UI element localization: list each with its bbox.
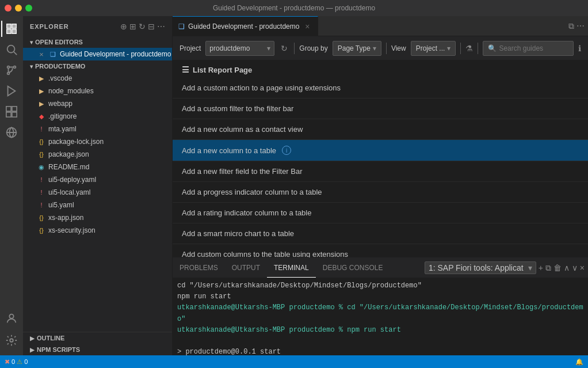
new-folder-icon[interactable]: ⊞ (129, 22, 136, 31)
npm-scripts-section[interactable]: ▶ NPM SCRIPTS (23, 344, 172, 355)
tab-debug-console[interactable]: DEBUG CONSOLE (316, 258, 390, 278)
file-name: mta.yaml (48, 125, 77, 133)
activity-bar (0, 16, 23, 355)
file-xs-security[interactable]: {} xs-security.json (23, 224, 172, 237)
guide-item-3[interactable]: Add a new column to a table i (173, 140, 588, 161)
view-select[interactable]: Project ... ▾ (411, 41, 456, 56)
file-ui5-local[interactable]: ! ui5-local.yaml (23, 186, 172, 199)
guide-item-text: Add a progress indicator column to a tab… (182, 188, 322, 196)
add-terminal-icon[interactable]: + (539, 263, 543, 272)
guide-item-7[interactable]: Add a smart micro chart to a table (173, 223, 588, 244)
info-badge[interactable]: i (282, 146, 291, 155)
split-terminal-icon[interactable]: ⧉ (545, 263, 551, 273)
file-node-modules[interactable]: ▶ node_modules (23, 85, 172, 97)
file-gitignore[interactable]: ◆ .gitignore (23, 110, 172, 123)
guide-item-8[interactable]: Add custom columns to the table using ex… (173, 244, 588, 257)
svg-point-6 (7, 66, 10, 69)
maximize-button[interactable] (25, 5, 32, 12)
minimize-button[interactable] (15, 5, 22, 12)
close-file-icon[interactable]: × (37, 50, 46, 59)
refresh-explorer-icon[interactable]: ↻ (139, 22, 146, 31)
activity-settings[interactable] (1, 330, 22, 351)
file-package-lock[interactable]: {} package-lock.json (23, 135, 172, 148)
filter-icon[interactable]: ⚗ (465, 44, 473, 53)
terminal-selector[interactable]: 1: SAP Fiori tools: Applicat ▾ (425, 261, 536, 274)
file-readme[interactable]: ◉ README.md (23, 161, 172, 173)
traffic-lights[interactable] (5, 5, 32, 12)
activity-remote[interactable] (1, 122, 22, 143)
file-name: package.json (48, 150, 89, 158)
error-count[interactable]: ✖ 0 ⚠ 0 (5, 358, 28, 366)
tab-debug-console-label: DEBUG CONSOLE (323, 264, 383, 272)
activity-accounts[interactable] (1, 308, 22, 329)
svg-rect-13 (6, 112, 11, 117)
guide-header: ☰ List Report Page (173, 60, 588, 78)
group-by-dropdown-icon: ▾ (373, 44, 376, 52)
more-tabs-icon[interactable]: ⋯ (576, 21, 585, 31)
error-icon: ✖ (5, 358, 10, 366)
guide-item-6[interactable]: Add a rating indicator column to a table (173, 203, 588, 223)
outline-section[interactable]: ▶ OUTLINE (23, 332, 172, 344)
guide-item-1[interactable]: Add a custom filter to the filter bar (173, 98, 588, 119)
folder-icon: ▶ (37, 88, 46, 95)
folder-icon: ▶ (37, 100, 46, 108)
activity-explorer[interactable] (1, 18, 22, 39)
activity-source-control[interactable] (1, 60, 22, 81)
file-webapp[interactable]: ▶ webapp (23, 97, 172, 110)
open-editors-section[interactable]: ▾ OPEN EDITORS (23, 36, 172, 48)
tab-output-label: OUTPUT (232, 264, 260, 272)
split-editor-icon[interactable]: ⧉ (568, 21, 574, 31)
collapse-all-icon[interactable]: ⊟ (148, 22, 155, 31)
file-name: .vscode (48, 74, 72, 82)
project-section[interactable]: ▾ PRODUCTDEMO (23, 60, 172, 72)
project-label: Project (180, 44, 201, 52)
file-vscode[interactable]: ▶ .vscode (23, 72, 172, 85)
new-file-icon[interactable]: ⊕ (120, 22, 127, 31)
json-icon: {} (37, 138, 46, 145)
tab-guided-development[interactable]: ❑ Guided Development - productdemo × (173, 16, 318, 36)
file-xs-app[interactable]: {} xs-app.json (23, 211, 172, 224)
file-ui5-deploy[interactable]: ! ui5-deploy.yaml (23, 173, 172, 186)
open-editor-item[interactable]: × ❑ Guided Development - productdemo (23, 48, 172, 60)
sidebar-actions: ⊕ ⊞ ↻ ⊟ ⋯ (120, 22, 165, 31)
notification-bell[interactable]: 🔔 (575, 358, 583, 366)
refresh-button[interactable]: ↻ (279, 42, 289, 55)
guide-item-text: Add custom columns to the table using ex… (182, 250, 348, 257)
guide-item-0[interactable]: Add a custom action to a page using exte… (173, 78, 588, 98)
activity-extensions[interactable] (1, 101, 22, 122)
info-icon[interactable]: ℹ (578, 44, 581, 53)
separator (294, 43, 295, 54)
activity-search[interactable] (1, 39, 22, 60)
file-name: webapp (48, 100, 72, 108)
guide-item-4[interactable]: Add a new filter field to the Filter Bar (173, 161, 588, 182)
tab-close-button[interactable]: × (303, 22, 312, 31)
guide-item-5[interactable]: Add a progress indicator column to a tab… (173, 182, 588, 203)
search-input[interactable] (499, 44, 568, 52)
git-icon: ◆ (37, 113, 46, 120)
error-count-value: 0 (12, 358, 15, 365)
terminal-line-3: utkarshkanade@Utkarshs-MBP productdemo %… (177, 325, 583, 336)
md-icon: ◉ (37, 164, 46, 171)
separator2 (386, 43, 387, 54)
close-button[interactable] (5, 5, 12, 12)
group-by-select[interactable]: Page Type ▾ (333, 41, 381, 56)
more-actions-icon[interactable]: ⋯ (157, 22, 165, 31)
guide-item-2[interactable]: Add a new column as a contact view (173, 119, 588, 140)
file-ui5[interactable]: ! ui5.yaml (23, 199, 172, 211)
yaml-icon: ! (37, 126, 46, 132)
tab-bar: ❑ Guided Development - productdemo × ⧉ ⋯ (173, 16, 588, 36)
panel-up-icon[interactable]: ∧ (564, 263, 570, 272)
search-guides-input[interactable]: 🔍 (483, 41, 574, 56)
file-mta-yaml[interactable]: ! mta.yaml (23, 123, 172, 135)
trash-icon[interactable]: 🗑 (553, 263, 562, 272)
close-panel-icon[interactable]: × (580, 263, 585, 272)
terminal-selector-label: 1: SAP Fiori tools: Applicat (429, 263, 524, 272)
file-package-json[interactable]: {} package.json (23, 148, 172, 161)
panel-down-icon[interactable]: ∨ (572, 263, 578, 272)
project-select[interactable]: productdemo ▾ (205, 41, 274, 56)
guide-item-text: Add a new column as a contact view (182, 125, 303, 134)
tab-output[interactable]: OUTPUT (225, 258, 267, 278)
activity-run[interactable] (1, 81, 22, 101)
tab-problems[interactable]: PROBLEMS (173, 258, 225, 278)
tab-terminal[interactable]: TERMINAL (267, 258, 316, 278)
